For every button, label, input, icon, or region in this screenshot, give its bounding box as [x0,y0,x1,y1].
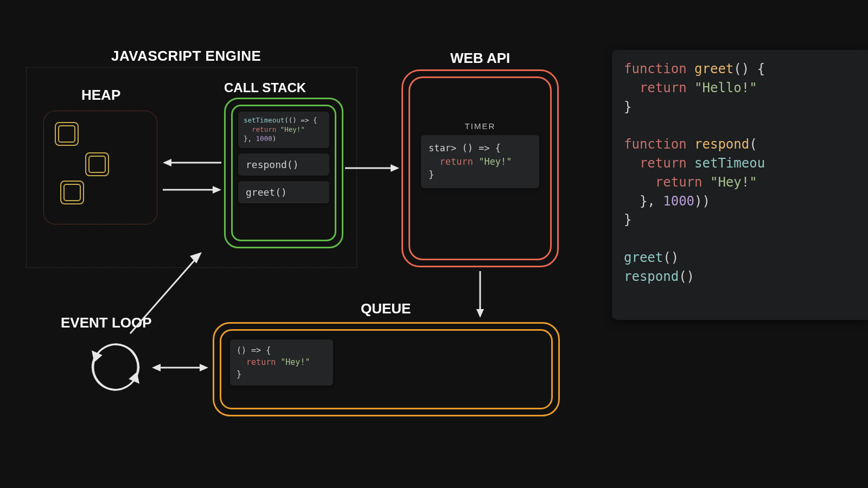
call-stack-label: CALL STACK [224,80,306,95]
svg-marker-12 [200,364,208,371]
arrow-stack-to-heap [163,157,221,168]
stack-frame-settimeout: setTimeout(() => { return "Hey!" }, 1000… [238,112,329,148]
heap-label: HEAP [81,87,120,104]
svg-marker-3 [163,159,171,166]
svg-marker-11 [152,364,161,371]
timer-label: TIMER [421,121,539,131]
arrow-eventloop-to-stack [125,249,206,336]
arrow-eventloop-queue [152,362,208,373]
stack-frame-greet: greet() [238,181,329,203]
web-api-callback: star> () => { return "Hey!" } [421,135,539,188]
arrow-stack-to-webapi [345,163,399,174]
svg-marker-5 [213,186,221,194]
queue-box: () => { return "Hey!" } [213,322,560,416]
web-api-label: WEB API [450,50,510,67]
queue-callback: () => { return "Hey!" } [230,339,333,386]
svg-marker-9 [476,309,484,318]
call-stack-box: setTimeout(() => { return "Hey!" }, 1000… [224,98,343,248]
queue-label: QUEUE [361,300,411,317]
svg-marker-7 [391,164,399,172]
heap-object [55,122,79,146]
source-code-panel: function greet() { return "Hello!" } fun… [612,50,868,320]
stack-frame-respond: respond() [238,153,329,176]
arrow-webapi-to-queue [475,271,486,318]
heap-object [85,152,109,176]
js-engine-label: JAVASCRIPT ENGINE [111,48,261,65]
heap-object [60,181,84,204]
svg-marker-14 [190,252,202,264]
arrow-heap-to-stack [163,184,221,195]
heap-box [43,111,157,224]
event-loop-icon [86,337,145,397]
web-api-box: TIMER star> () => { return "Hey!" } [401,69,559,267]
svg-line-13 [130,258,196,333]
